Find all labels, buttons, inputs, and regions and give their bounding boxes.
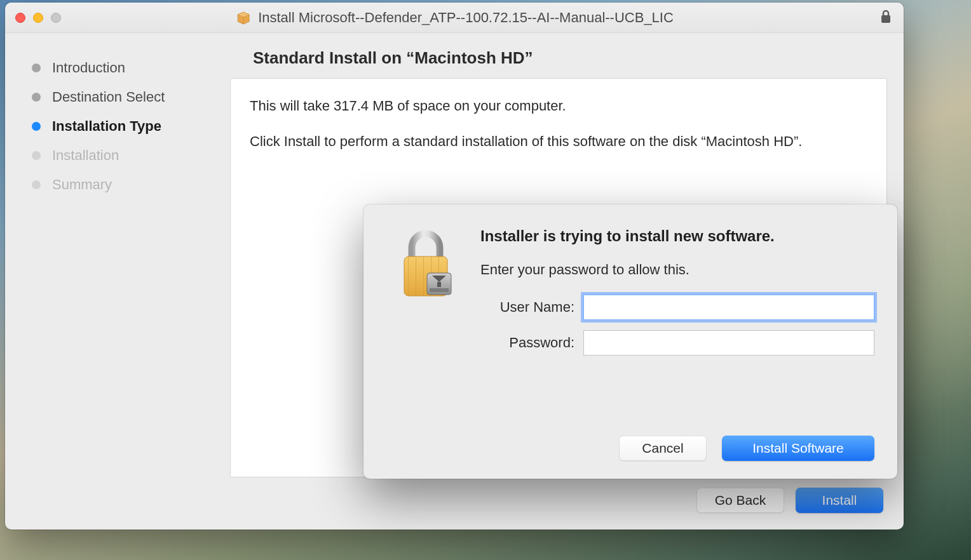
sidebar-item-label: Destination Select	[52, 89, 165, 105]
bullet-done-icon	[32, 93, 41, 102]
svg-rect-7	[423, 257, 424, 296]
svg-rect-5	[408, 257, 409, 296]
sidebar-item-installation: Installation	[32, 141, 215, 170]
svg-rect-3	[881, 15, 890, 23]
auth-button-bar: Cancel Install Software	[386, 423, 874, 461]
maximize-button-disabled	[51, 13, 61, 23]
sidebar-item-label: Summary	[52, 177, 112, 193]
install-software-button[interactable]: Install Software	[722, 436, 874, 461]
bottom-button-bar: Go Back Install	[230, 477, 887, 517]
window-controls	[5, 13, 61, 23]
svg-rect-12	[437, 282, 441, 287]
password-input[interactable]	[583, 330, 874, 356]
cancel-button[interactable]: Cancel	[619, 436, 707, 461]
lock-icon[interactable]	[879, 9, 892, 27]
auth-lock-package-icon	[393, 227, 459, 303]
sidebar-item-destination-select: Destination Select	[32, 83, 215, 112]
username-input[interactable]	[583, 295, 874, 320]
titlebar: Install Microsoft--Defender_ATP--100.72.…	[5, 3, 904, 33]
password-label: Password:	[480, 335, 574, 351]
sidebar-item-label: Introduction	[52, 60, 125, 76]
install-button[interactable]: Install	[796, 488, 883, 513]
sidebar-item-summary: Summary	[32, 170, 215, 199]
bullet-current-icon	[32, 122, 41, 131]
sidebar: Introduction Destination Select Installa…	[5, 33, 227, 530]
bullet-pending-icon	[32, 151, 41, 160]
minimize-button[interactable]	[33, 13, 43, 23]
username-label: User Name:	[480, 299, 574, 316]
auth-dialog-content: Installer is trying to install new softw…	[386, 223, 874, 356]
install-size-text: This will take 317.4 MB of space on your…	[250, 95, 867, 117]
sidebar-item-introduction: Introduction	[32, 53, 215, 83]
auth-dialog-title: Installer is trying to install new softw…	[480, 227, 874, 245]
svg-rect-13	[430, 288, 449, 292]
auth-form: User Name: Password:	[480, 295, 874, 356]
window-title-area: Install Microsoft--Defender_ATP--100.72.…	[235, 10, 674, 26]
go-back-button[interactable]: Go Back	[696, 488, 784, 513]
auth-text-area: Installer is trying to install new softw…	[480, 223, 874, 356]
svg-rect-6	[416, 257, 416, 296]
bullet-pending-icon	[32, 180, 41, 189]
sidebar-item-installation-type: Installation Type	[32, 112, 215, 141]
sidebar-item-label: Installation Type	[52, 118, 161, 135]
close-button[interactable]	[15, 13, 25, 23]
page-heading: Standard Install on “Macintosh HD”	[230, 48, 887, 78]
bullet-done-icon	[32, 63, 41, 72]
sidebar-item-label: Installation	[52, 147, 119, 164]
window-title: Install Microsoft--Defender_ATP--100.72.…	[258, 10, 674, 26]
auth-dialog-subtitle: Enter your password to allow this.	[480, 262, 874, 278]
auth-dialog: Installer is trying to install new softw…	[363, 204, 897, 479]
install-instruction-text: Click Install to perform a standard inst…	[250, 131, 867, 152]
package-icon	[235, 11, 252, 25]
